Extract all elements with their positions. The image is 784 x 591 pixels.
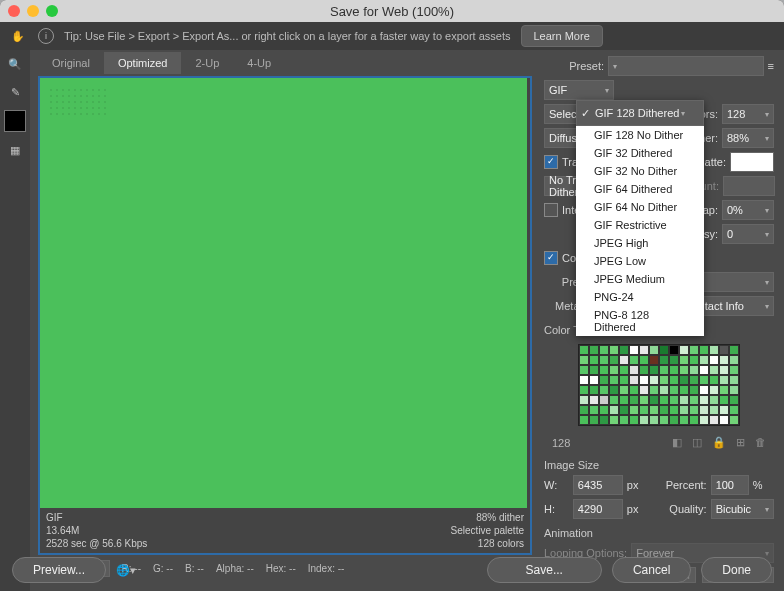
width-input[interactable] bbox=[573, 475, 623, 495]
color-cell[interactable] bbox=[659, 385, 669, 395]
color-cell[interactable] bbox=[649, 345, 659, 355]
color-cell[interactable] bbox=[709, 375, 719, 385]
color-cell[interactable] bbox=[609, 375, 619, 385]
color-cell[interactable] bbox=[579, 395, 589, 405]
color-cell[interactable] bbox=[719, 355, 729, 365]
eyedropper-tool-icon[interactable]: ✎ bbox=[5, 82, 25, 102]
quality-select[interactable]: Bicubic bbox=[711, 499, 774, 519]
hand-tool-icon[interactable]: ✋ bbox=[8, 26, 28, 46]
color-cell[interactable] bbox=[609, 385, 619, 395]
color-cell[interactable] bbox=[599, 405, 609, 415]
color-cell[interactable] bbox=[599, 355, 609, 365]
color-cell[interactable] bbox=[669, 375, 679, 385]
color-cell[interactable] bbox=[659, 345, 669, 355]
color-cell[interactable] bbox=[709, 405, 719, 415]
color-cell[interactable] bbox=[709, 415, 719, 425]
color-cell[interactable] bbox=[619, 345, 629, 355]
ct-new-icon[interactable]: ⊞ bbox=[736, 436, 745, 449]
color-cell[interactable] bbox=[639, 365, 649, 375]
color-cell[interactable] bbox=[609, 345, 619, 355]
cancel-button[interactable]: Cancel bbox=[612, 557, 691, 583]
color-cell[interactable] bbox=[699, 375, 709, 385]
color-cell[interactable] bbox=[649, 365, 659, 375]
color-cell[interactable] bbox=[679, 415, 689, 425]
color-cell[interactable] bbox=[619, 365, 629, 375]
preset-select[interactable] bbox=[608, 56, 764, 76]
color-cell[interactable] bbox=[729, 405, 739, 415]
color-cell[interactable] bbox=[719, 365, 729, 375]
color-cell[interactable] bbox=[729, 375, 739, 385]
color-cell[interactable] bbox=[689, 385, 699, 395]
color-cell[interactable] bbox=[599, 415, 609, 425]
tab-optimized[interactable]: Optimized bbox=[104, 52, 182, 74]
color-cell[interactable] bbox=[579, 355, 589, 365]
color-cell[interactable] bbox=[639, 395, 649, 405]
color-cell[interactable] bbox=[709, 355, 719, 365]
color-cell[interactable] bbox=[729, 395, 739, 405]
preset-option[interactable]: JPEG High bbox=[576, 234, 704, 252]
color-cell[interactable] bbox=[729, 385, 739, 395]
color-cell[interactable] bbox=[649, 395, 659, 405]
color-cell[interactable] bbox=[669, 345, 679, 355]
color-cell[interactable] bbox=[719, 395, 729, 405]
dither-select[interactable]: 88% bbox=[722, 128, 774, 148]
color-cell[interactable] bbox=[719, 415, 729, 425]
color-cell[interactable] bbox=[639, 355, 649, 365]
color-cell[interactable] bbox=[659, 375, 669, 385]
color-cell[interactable] bbox=[599, 395, 609, 405]
color-cell[interactable] bbox=[649, 375, 659, 385]
color-cell[interactable] bbox=[589, 375, 599, 385]
color-cell[interactable] bbox=[639, 345, 649, 355]
color-cell[interactable] bbox=[719, 375, 729, 385]
color-cell[interactable] bbox=[619, 405, 629, 415]
color-cell[interactable] bbox=[699, 345, 709, 355]
color-cell[interactable] bbox=[629, 345, 639, 355]
color-cell[interactable] bbox=[679, 345, 689, 355]
save-button[interactable]: Save... bbox=[487, 557, 602, 583]
format-select[interactable]: GIF bbox=[544, 80, 614, 100]
color-cell[interactable] bbox=[589, 345, 599, 355]
color-cell[interactable] bbox=[589, 385, 599, 395]
color-cell[interactable] bbox=[589, 415, 599, 425]
close-window[interactable] bbox=[8, 5, 20, 17]
color-cell[interactable] bbox=[649, 405, 659, 415]
color-cell[interactable] bbox=[729, 365, 739, 375]
color-cell[interactable] bbox=[669, 355, 679, 365]
preset-option[interactable]: GIF 128 Dithered bbox=[576, 100, 704, 126]
color-cell[interactable] bbox=[609, 415, 619, 425]
color-cell[interactable] bbox=[689, 405, 699, 415]
ct-lock-icon[interactable]: 🔒 bbox=[712, 436, 726, 449]
color-cell[interactable] bbox=[679, 395, 689, 405]
color-cell[interactable] bbox=[719, 345, 729, 355]
color-cell[interactable] bbox=[629, 365, 639, 375]
color-cell[interactable] bbox=[699, 365, 709, 375]
color-cell[interactable] bbox=[609, 365, 619, 375]
zoom-window[interactable] bbox=[46, 5, 58, 17]
tab-2up[interactable]: 2-Up bbox=[181, 52, 233, 74]
image-preview[interactable] bbox=[40, 78, 527, 508]
preset-option[interactable]: PNG-24 bbox=[576, 288, 704, 306]
color-cell[interactable] bbox=[639, 415, 649, 425]
color-cell[interactable] bbox=[599, 365, 609, 375]
minimize-window[interactable] bbox=[27, 5, 39, 17]
color-cell[interactable] bbox=[679, 385, 689, 395]
color-cell[interactable] bbox=[629, 355, 639, 365]
color-cell[interactable] bbox=[699, 405, 709, 415]
preset-option[interactable]: GIF 64 Dithered bbox=[576, 180, 704, 198]
color-cell[interactable] bbox=[699, 355, 709, 365]
color-cell[interactable] bbox=[589, 405, 599, 415]
color-cell[interactable] bbox=[629, 385, 639, 395]
color-cell[interactable] bbox=[659, 415, 669, 425]
preset-option[interactable]: JPEG Low bbox=[576, 252, 704, 270]
color-table[interactable] bbox=[578, 344, 740, 426]
color-cell[interactable] bbox=[729, 415, 739, 425]
color-cell[interactable] bbox=[709, 345, 719, 355]
preset-dropdown[interactable]: GIF 128 DitheredGIF 128 No DitherGIF 32 … bbox=[576, 100, 704, 336]
color-cell[interactable] bbox=[689, 365, 699, 375]
websnap-select[interactable]: 0% bbox=[722, 200, 774, 220]
height-input[interactable] bbox=[573, 499, 623, 519]
color-cell[interactable] bbox=[669, 415, 679, 425]
color-cell[interactable] bbox=[679, 375, 689, 385]
color-cell[interactable] bbox=[669, 395, 679, 405]
color-cell[interactable] bbox=[599, 385, 609, 395]
